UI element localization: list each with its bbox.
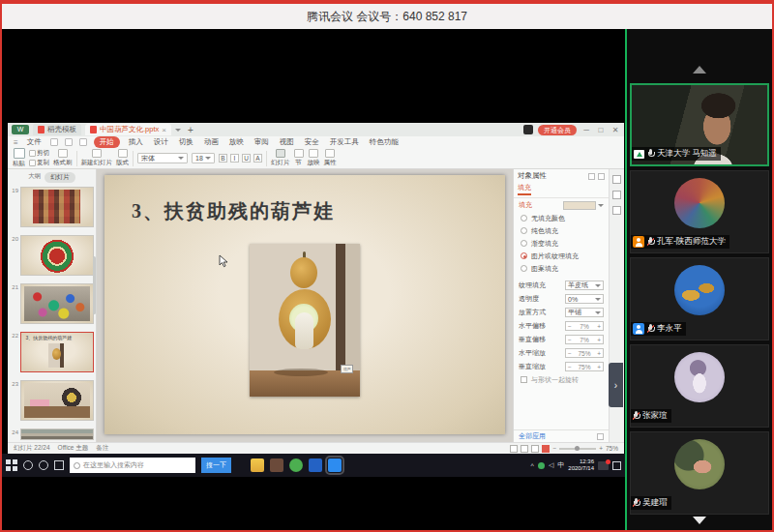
copy-button[interactable]: 复制: [29, 159, 49, 167]
normal-view-icon[interactable]: [510, 445, 518, 453]
cut-button[interactable]: 剪切: [29, 149, 49, 158]
scale-x-stepper[interactable]: −75%+: [565, 348, 604, 358]
close-panel-icon[interactable]: [598, 173, 605, 180]
layout-button[interactable]: 版式: [116, 149, 129, 167]
section-button[interactable]: 节: [294, 149, 304, 167]
search-icon[interactable]: [23, 460, 33, 470]
thumbnail-23[interactable]: 23: [8, 380, 97, 425]
collapse-panel-chevron[interactable]: ›: [609, 363, 623, 407]
menu-security[interactable]: 安全: [303, 137, 321, 147]
close-window-button[interactable]: ✕: [610, 126, 620, 134]
scroll-down-arrow[interactable]: [627, 517, 772, 524]
apply-all-link[interactable]: 全部应用: [519, 431, 546, 441]
animation-panel-icon[interactable]: [612, 191, 621, 199]
menu-slideshow[interactable]: 放映: [227, 137, 246, 147]
offset-y-stepper[interactable]: −7%+: [565, 335, 604, 344]
menu-home[interactable]: 开始: [94, 136, 120, 148]
document-tab-2[interactable]: 中国葫芦文化.pptx ×: [85, 124, 171, 135]
placement-select[interactable]: 平铺: [565, 308, 604, 317]
hamburger-icon[interactable]: ≡: [14, 138, 18, 147]
rotate-with-shape-checkbox[interactable]: 与形状一起旋转: [514, 373, 609, 386]
search-go-button[interactable]: 搜一下: [201, 458, 231, 473]
option-picture-texture-fill[interactable]: 图片或纹理填充: [514, 250, 609, 262]
thumbnail-21[interactable]: 21: [8, 283, 97, 328]
app-icon-3[interactable]: [309, 458, 322, 472]
tab-list-caret-icon[interactable]: [175, 129, 181, 132]
notes-toggle[interactable]: 备注: [96, 444, 108, 453]
italic-button[interactable]: I: [230, 154, 239, 163]
redo-icon[interactable]: [79, 138, 87, 146]
scroll-up-arrow[interactable]: [627, 66, 772, 74]
vip-button[interactable]: 开通会员: [538, 125, 577, 135]
zoom-slider[interactable]: [559, 448, 596, 450]
grid-icon[interactable]: [597, 433, 604, 440]
menu-devtools[interactable]: 开发工具: [328, 137, 361, 147]
underline-button[interactable]: U: [242, 154, 251, 163]
thumbnail-22-selected[interactable]: 22 3、扶贫助残的葫芦娃: [8, 332, 97, 376]
slide-sorter-icon[interactable]: [521, 445, 528, 453]
save-icon[interactable]: [50, 138, 58, 146]
menu-review[interactable]: 审阅: [253, 137, 271, 147]
new-tab-button[interactable]: +: [185, 125, 196, 135]
close-tab-icon[interactable]: ×: [162, 126, 166, 134]
scale-y-stepper[interactable]: −75%+: [565, 362, 604, 371]
play-button[interactable]: 放映: [308, 149, 320, 167]
document-tab-1[interactable]: 稻壳模板: [33, 124, 81, 135]
maximize-button[interactable]: □: [596, 126, 606, 134]
reading-view-icon[interactable]: [531, 445, 539, 453]
thumbnail-20[interactable]: 20: [8, 235, 97, 280]
participant-tile-5[interactable]: 吴建瑁: [630, 431, 769, 515]
thumbnail-19[interactable]: 19: [8, 187, 97, 231]
properties-button[interactable]: 属性: [324, 149, 337, 167]
style-panel-icon[interactable]: [612, 175, 621, 184]
volume-icon[interactable]: ◁: [549, 461, 553, 469]
tray-chevron-icon[interactable]: ^: [531, 462, 534, 469]
menu-transition[interactable]: 切换: [177, 137, 195, 147]
menu-features[interactable]: 特色功能: [368, 137, 401, 147]
offset-x-stepper[interactable]: −7%+: [565, 321, 604, 331]
chevron-down-icon[interactable]: [598, 204, 604, 207]
file-explorer-icon[interactable]: [251, 458, 264, 472]
transparency-input[interactable]: 0%: [565, 294, 604, 304]
search-panel-icon[interactable]: [612, 206, 621, 215]
option-no-fill[interactable]: 无填充颜色: [514, 212, 609, 224]
option-solid-fill[interactable]: 纯色填充: [514, 224, 609, 237]
participant-tile-4[interactable]: 张家瑄: [630, 344, 769, 428]
bold-button[interactable]: B: [219, 154, 227, 163]
menu-view[interactable]: 视图: [278, 137, 296, 147]
option-gradient-fill[interactable]: 渐变填充: [514, 237, 609, 250]
minimize-button[interactable]: ─: [581, 126, 591, 134]
new-slide-button[interactable]: 新建幻灯片: [81, 149, 113, 167]
thumbnail-24[interactable]: 24: [8, 429, 97, 442]
zoom-out-button[interactable]: −: [552, 445, 556, 452]
app-shortcut-icon[interactable]: [523, 125, 533, 134]
outline-tab[interactable]: 大纲: [28, 172, 41, 183]
slideshow-icon[interactable]: [542, 445, 550, 453]
paste-button[interactable]: 粘贴: [13, 148, 25, 168]
zoom-in-button[interactable]: +: [599, 445, 603, 452]
slides-pane-button[interactable]: 幻灯片: [271, 149, 290, 167]
texture-select[interactable]: 羊皮纸: [565, 281, 604, 290]
zoom-knob[interactable]: [575, 446, 580, 451]
fill-color-swatch[interactable]: [563, 201, 596, 210]
font-color-button[interactable]: A: [253, 154, 262, 163]
option-pattern-fill[interactable]: 图案填充: [514, 262, 609, 275]
taskbar-search-input[interactable]: 在这里输入搜索内容: [70, 458, 195, 473]
message-icon[interactable]: [598, 461, 609, 470]
font-size-select[interactable]: 18: [192, 153, 215, 163]
menu-design[interactable]: 设计: [152, 137, 170, 147]
undo-icon[interactable]: [65, 138, 73, 146]
participant-tile-2[interactable]: 孔军-陕西师范大学: [630, 170, 769, 253]
format-painter-button[interactable]: 格式刷: [53, 149, 73, 167]
action-center-icon[interactable]: [612, 461, 621, 470]
slides-tab[interactable]: 幻灯片: [45, 172, 75, 183]
participant-tile-3[interactable]: 李永平: [630, 257, 769, 340]
ime-indicator[interactable]: 中: [557, 460, 564, 470]
app-icon-1[interactable]: [270, 458, 283, 472]
task-view-icon[interactable]: [54, 460, 64, 470]
menu-file[interactable]: 文件: [25, 137, 44, 147]
thumbnail-scrollbar[interactable]: [93, 256, 96, 314]
clock[interactable]: 12:36 2020/7/14: [568, 458, 594, 472]
font-name-select[interactable]: 宋体: [137, 153, 188, 163]
fill-tab[interactable]: 填充: [518, 183, 531, 195]
